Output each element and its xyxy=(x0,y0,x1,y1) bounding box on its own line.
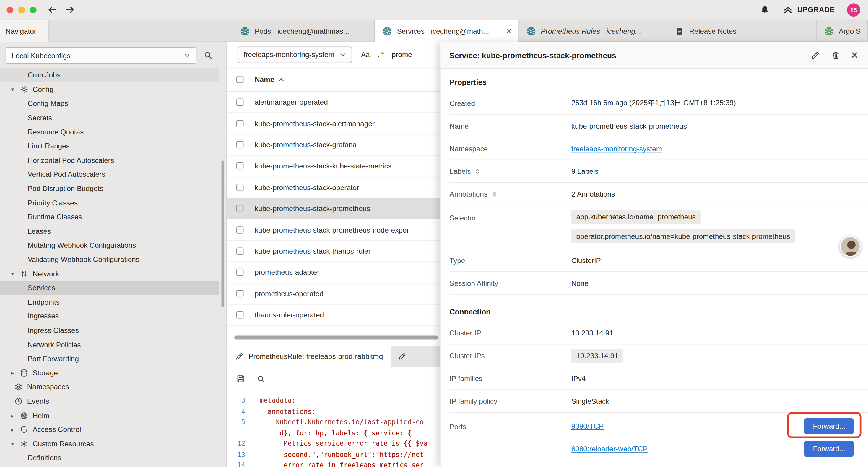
dock-tab-next-partial[interactable] xyxy=(391,346,413,367)
forward-icon[interactable] xyxy=(64,4,75,15)
row-checkbox[interactable] xyxy=(236,247,243,255)
close-window-button[interactable] xyxy=(6,6,13,13)
namespace-link[interactable]: freeleaps-monitoring-system xyxy=(571,144,662,152)
row-checkbox[interactable] xyxy=(236,184,243,191)
trash-icon[interactable] xyxy=(831,50,841,61)
sidebar-item-validating-webhook-configurations[interactable]: Validating Webhook Configurations xyxy=(0,253,219,267)
unfold-icon[interactable] xyxy=(491,191,498,197)
sidebar-item-label: Horizontal Pod Autoscalers xyxy=(28,156,114,164)
sidebar-item-horizontal-pod-autoscalers[interactable]: Horizontal Pod Autoscalers xyxy=(0,153,219,167)
edit-pencil-icon[interactable] xyxy=(810,50,821,61)
name-column-header[interactable]: Name xyxy=(255,76,274,84)
row-checkbox[interactable] xyxy=(236,120,243,127)
upgrade-button[interactable]: UPGRADE xyxy=(782,4,835,15)
row-checkbox[interactable] xyxy=(236,226,243,233)
line-number: 3 xyxy=(227,396,252,406)
sidebar-item-limit-ranges[interactable]: Limit Ranges xyxy=(0,139,219,153)
namespace-filter-value: freeleaps-monitoring-system xyxy=(243,51,334,59)
tab-argo[interactable]: Argo S xyxy=(816,20,868,42)
row-checkbox[interactable] xyxy=(236,205,243,212)
regex-toggle[interactable]: .* xyxy=(376,51,385,59)
forward-button[interactable]: Forward... xyxy=(804,418,854,434)
match-case-toggle[interactable]: Aa xyxy=(361,51,370,59)
search-controls: Aa .* prome xyxy=(361,51,412,59)
annotations-count[interactable]: 2 Annotations xyxy=(571,190,615,198)
sidebar-item-network-policies[interactable]: Network Policies xyxy=(0,338,219,352)
row-label: Annotations xyxy=(450,190,488,198)
save-icon[interactable] xyxy=(235,373,246,384)
sidebar-item-vertical-pod-autoscalers[interactable]: Vertical Pod Autoscalers xyxy=(0,167,219,181)
forward-button[interactable]: Forward... xyxy=(804,441,854,457)
row-label: IP family policy xyxy=(450,397,571,405)
sidebar-item-label: Endpoints xyxy=(28,298,60,306)
notification-count-badge[interactable]: 15 xyxy=(847,3,860,16)
sidebar-item-config[interactable]: ▾Config xyxy=(0,82,219,96)
sidebar-item-secrets[interactable]: Secrets xyxy=(0,111,219,125)
chevron-right-icon[interactable]: ▸ xyxy=(11,412,20,418)
sidebar-item-label: Storage xyxy=(33,369,58,377)
avatar[interactable] xyxy=(840,236,861,257)
sidebar-item-access-control[interactable]: ▸Access Control xyxy=(0,422,219,437)
row-checkbox[interactable] xyxy=(236,99,243,106)
chevron-down-icon[interactable]: ▾ xyxy=(11,271,20,277)
tab-services[interactable]: Services - icecheng@math... × xyxy=(375,20,519,42)
dock-tab-prometheusrule[interactable]: PrometheusRule: freeleaps-prod-rabbitmq xyxy=(227,346,391,367)
tab-pods[interactable]: Pods - icecheng@mathmas... xyxy=(232,20,375,42)
sidebar-item-services[interactable]: Services xyxy=(0,281,219,295)
sidebar-item-namespaces[interactable]: Namespaces xyxy=(0,380,219,394)
row-checkbox[interactable] xyxy=(236,290,243,297)
tab-bar: Navigator Pods - icecheng@mathmas... Ser… xyxy=(0,20,868,42)
sidebar-item-network[interactable]: ▾Network xyxy=(0,267,219,281)
sidebar-item-cron-jobs[interactable]: Cron Jobs xyxy=(0,68,219,82)
kubernetes-icon xyxy=(381,26,392,37)
sidebar-item-custom-resources[interactable]: ▾Custom Resources xyxy=(0,437,219,451)
sort-ascending-icon[interactable] xyxy=(278,76,284,83)
sidebar-item-runtime-classes[interactable]: Runtime Classes xyxy=(0,210,219,224)
tab-release-notes[interactable]: Release Notes xyxy=(667,20,816,42)
row-checkbox[interactable] xyxy=(236,163,243,170)
close-icon[interactable]: × xyxy=(851,49,858,61)
sidebar-item-leases[interactable]: Leases xyxy=(0,224,219,238)
horizontal-scrollbar[interactable] xyxy=(234,335,438,339)
chevron-down-icon[interactable]: ▾ xyxy=(11,441,20,447)
sidebar-item-config-maps[interactable]: Config Maps xyxy=(0,96,219,111)
sidebar-item-helm[interactable]: ▸Helm xyxy=(0,408,219,422)
port-link[interactable]: 8080:reloader-web/TCP xyxy=(571,445,648,453)
notifications-bell-icon[interactable] xyxy=(759,4,770,15)
sidebar-item-definitions[interactable]: Definitions xyxy=(0,451,219,465)
tab-prometheus-rules[interactable]: Prometheus Rules - icecheng... xyxy=(519,20,667,42)
unfold-icon[interactable] xyxy=(474,168,481,174)
sidebar-item-label: Secrets xyxy=(28,114,52,122)
editor-search-icon[interactable] xyxy=(255,373,266,384)
navigator-panel-header[interactable]: Navigator xyxy=(0,20,49,42)
sidebar-item-events[interactable]: Events xyxy=(0,394,219,408)
kubeconfig-selector[interactable]: Local Kubeconfigs xyxy=(6,47,196,63)
sidebar-item-ingress-classes[interactable]: Ingress Classes xyxy=(0,323,219,338)
sidebar-item-pod-disruption-budgets[interactable]: Pod Disruption Budgets xyxy=(0,181,219,196)
sidebar-search-icon[interactable] xyxy=(203,50,214,61)
sidebar-item-resource-quotas[interactable]: Resource Quotas xyxy=(0,125,219,139)
chevron-right-icon[interactable]: ▸ xyxy=(11,370,20,376)
minimize-window-button[interactable] xyxy=(18,6,25,13)
row-checkbox[interactable] xyxy=(236,141,243,148)
sidebar-item-storage[interactable]: ▸Storage xyxy=(0,366,219,380)
sidebar-item-mutating-webhook-configurations[interactable]: Mutating Webhook Configurations xyxy=(0,238,219,253)
maximize-window-button[interactable] xyxy=(30,6,36,13)
namespace-filter-dropdown[interactable]: freeleaps-monitoring-system xyxy=(238,46,352,63)
sidebar-item-endpoints[interactable]: Endpoints xyxy=(0,295,219,309)
sidebar-item-ingresses[interactable]: Ingresses xyxy=(0,309,219,323)
row-checkbox[interactable] xyxy=(236,311,243,318)
chevron-right-icon[interactable]: ▸ xyxy=(11,427,20,433)
back-icon[interactable] xyxy=(46,4,57,15)
labels-count[interactable]: 9 Labels xyxy=(571,167,598,175)
chevron-down-icon[interactable]: ▾ xyxy=(11,86,20,92)
tab-close-icon[interactable]: × xyxy=(506,27,512,36)
sidebar-scrollbar[interactable] xyxy=(221,160,224,308)
sidebar-item-priority-classes[interactable]: Priority Classes xyxy=(0,196,219,210)
sidebar-item-port-forwarding[interactable]: Port Forwarding xyxy=(0,352,219,366)
port-link[interactable]: 9090/TCP xyxy=(571,422,604,430)
gear-icon xyxy=(20,85,29,94)
search-input[interactable]: prome xyxy=(392,51,412,59)
row-checkbox[interactable] xyxy=(236,269,243,276)
select-all-checkbox[interactable] xyxy=(236,76,243,83)
